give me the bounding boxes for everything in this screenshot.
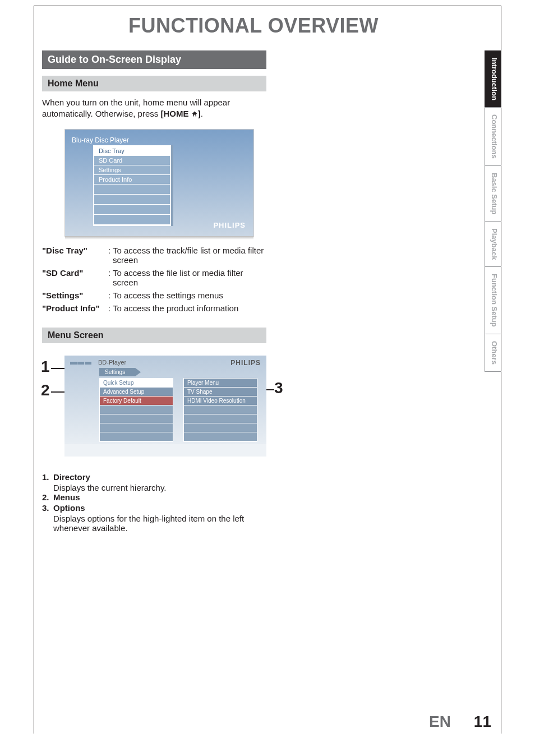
menu-item: Factory Default <box>100 397 173 405</box>
definition-colon: : <box>108 268 113 287</box>
menu-screen-figure: 1 2 3 BD-Player PHILIPS Settings Quick S… <box>42 351 266 463</box>
home-screen-title: Blu-ray Disc Player <box>72 136 129 144</box>
home-menu-item: Settings <box>94 165 170 175</box>
definition-desc: To access the file list or media filter … <box>113 268 266 287</box>
home-screen-panel: Disc TraySD CardSettingsProduct Info <box>93 145 171 226</box>
home-menu-item: SD Card <box>94 156 170 165</box>
side-tab-connections[interactable]: Connections <box>485 107 501 166</box>
callout-3: 3 <box>274 379 283 397</box>
home-icon <box>191 109 198 118</box>
menu-item: Advanced Setup <box>100 388 173 397</box>
menu-blank-row <box>100 405 173 414</box>
home-menu-screenshot: Blu-ray Disc Player Disc TraySD CardSett… <box>64 129 254 237</box>
side-tab-introduction[interactable]: Introduction <box>485 50 501 108</box>
page-title: FUNCTIONAL OVERVIEW <box>34 14 473 38</box>
home-menu-item: Disc Tray <box>94 146 170 156</box>
legend-row: 1.Directory <box>42 472 266 482</box>
legend-desc: Displays the current hierarchy. <box>53 483 266 492</box>
side-tab-function-setup[interactable]: Function Setup <box>485 266 501 334</box>
home-menu-blank-row <box>94 185 170 195</box>
legend-title: Options <box>53 503 85 513</box>
menu-screen-screenshot: BD-Player PHILIPS Settings Quick SetupAd… <box>64 356 266 457</box>
nav-graphic <box>70 359 93 365</box>
home-intro-period: . <box>201 109 203 118</box>
philips-logo: PHILIPS <box>230 359 261 367</box>
menu-blank-row <box>184 414 257 423</box>
home-menu-item: Product Info <box>94 175 170 185</box>
menu-item: Quick Setup <box>100 379 173 388</box>
definition-desc: To access the settings menus <box>113 291 266 300</box>
menu-legend: 1.DirectoryDisplays the current hierarch… <box>42 472 266 533</box>
philips-logo: PHILIPS <box>213 221 246 229</box>
menu-screen-crumb: Settings <box>99 368 141 376</box>
definition-term: "Settings" <box>42 291 108 300</box>
home-intro: When you turn on the unit, home menu wil… <box>42 97 266 119</box>
section-bar: Guide to On-Screen Display <box>42 50 266 69</box>
home-menu-definitions: "Disc Tray":To access the track/file lis… <box>42 246 266 313</box>
menu-blank-row <box>184 405 257 414</box>
definition-colon: : <box>108 291 113 300</box>
menu-screen-header: BD-Player <box>98 359 126 366</box>
callout-1: 1 <box>41 358 50 376</box>
menu-blank-row <box>184 423 257 432</box>
legend-row: 2.Menus <box>42 492 266 502</box>
legend-title: Directory <box>53 472 90 482</box>
legend-number: 1. <box>42 472 53 482</box>
menu-blank-row <box>184 432 257 441</box>
screenshot-shadow <box>65 236 253 239</box>
footer-page-number: 11 <box>474 713 491 731</box>
menu-item: HDMI Video Resolution <box>184 397 257 405</box>
legend-row: 3.Options <box>42 503 266 513</box>
home-menu-blank-row <box>94 215 170 225</box>
menu-item: TV Shape <box>184 388 257 397</box>
footer-language: EN <box>429 713 451 731</box>
definition-colon: : <box>108 303 113 313</box>
definition-desc: To access the track/file list or media f… <box>113 246 266 265</box>
definition-row: "Disc Tray":To access the track/file lis… <box>42 246 266 265</box>
menu-item: Player Menu <box>184 379 257 388</box>
menu-col-b: Player MenuTV ShapeHDMI Video Resolution <box>183 378 257 442</box>
definition-row: "SD Card":To access the file list or med… <box>42 268 266 287</box>
definition-desc: To access the product information <box>113 303 266 313</box>
definition-row: "Product Info":To access the product inf… <box>42 303 266 313</box>
callout-2: 2 <box>41 381 50 399</box>
side-tabs: IntroductionConnectionsBasic SetupPlayba… <box>485 50 501 371</box>
menu-col-a: Quick SetupAdvanced SetupFactory Default <box>99 378 173 442</box>
legend-number: 2. <box>42 492 53 502</box>
home-menu-blank-row <box>94 195 170 205</box>
legend-number: 3. <box>42 503 53 513</box>
menu-blank-row <box>100 432 173 441</box>
definition-term: "Disc Tray" <box>42 246 108 265</box>
legend-desc: Displays options for the high-lighted it… <box>53 514 266 533</box>
side-tab-others[interactable]: Others <box>485 334 501 372</box>
legend-title: Menus <box>53 492 80 502</box>
menu-screen-footer <box>64 444 266 457</box>
home-menu-blank-row <box>94 205 170 215</box>
subhead-home-menu: Home Menu <box>42 76 266 91</box>
menu-blank-row <box>100 423 173 432</box>
definition-term: "Product Info" <box>42 303 108 313</box>
definition-colon: : <box>108 246 113 265</box>
definition-term: "SD Card" <box>42 268 108 287</box>
definition-row: "Settings":To access the settings menus <box>42 291 266 300</box>
menu-blank-row <box>100 414 173 423</box>
subhead-menu-screen: Menu Screen <box>42 328 266 343</box>
side-tab-basic-setup[interactable]: Basic Setup <box>485 165 501 222</box>
home-button-label-open: [HOME <box>160 109 191 118</box>
side-tab-playback[interactable]: Playback <box>485 221 501 267</box>
